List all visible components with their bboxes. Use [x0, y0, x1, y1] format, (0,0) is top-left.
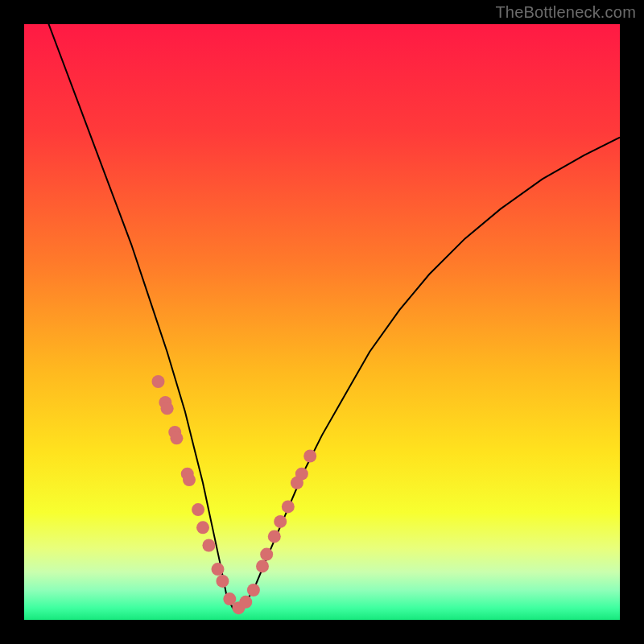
- gradient-background: [24, 24, 620, 620]
- curve-marker: [183, 473, 196, 486]
- curve-marker: [239, 596, 252, 609]
- curve-marker: [170, 431, 183, 444]
- curve-marker: [196, 521, 209, 534]
- chart-stage: TheBottleneck.com: [0, 0, 644, 644]
- curve-marker: [152, 375, 165, 388]
- curve-marker: [295, 468, 308, 481]
- curve-marker: [202, 539, 215, 552]
- plot-area: [24, 24, 620, 620]
- curve-marker: [161, 402, 174, 415]
- watermark-text: TheBottleneck.com: [495, 3, 636, 22]
- curve-marker: [256, 559, 269, 572]
- curve-marker: [216, 575, 229, 588]
- curve-marker: [212, 563, 225, 576]
- curve-marker: [303, 450, 316, 463]
- curve-marker: [192, 503, 204, 516]
- curve-marker: [247, 584, 260, 597]
- curve-marker: [282, 500, 295, 513]
- curve-marker: [274, 515, 287, 528]
- curve-marker: [260, 548, 273, 561]
- chart-svg: [24, 24, 620, 620]
- curve-marker: [268, 530, 281, 543]
